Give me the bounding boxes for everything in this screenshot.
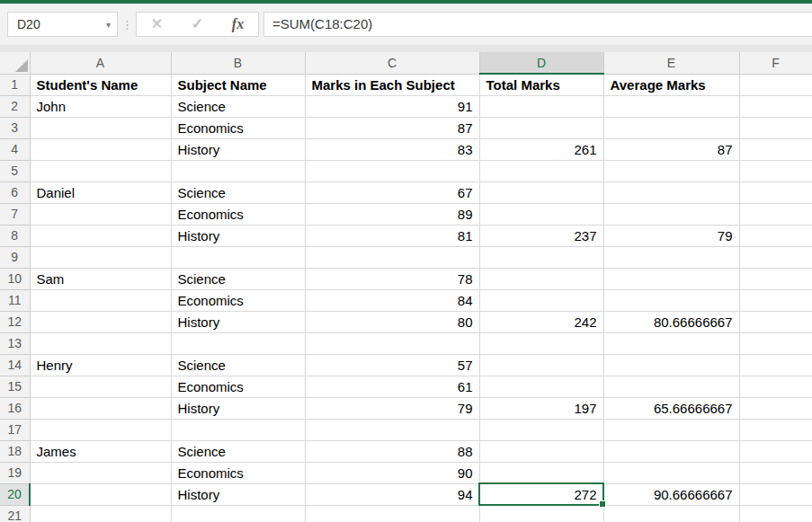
cell-D14[interactable] (479, 354, 603, 376)
cell-B21[interactable] (171, 505, 305, 522)
cell-F2[interactable] (739, 95, 812, 117)
cell-F13[interactable] (739, 332, 812, 354)
row-header-13[interactable]: 13 (0, 332, 30, 354)
cell-B3[interactable]: Economics (171, 117, 305, 138)
cell-B12[interactable]: History (171, 311, 305, 332)
cell-C9[interactable] (305, 246, 479, 268)
cell-F15[interactable] (739, 376, 812, 397)
cell-C2[interactable]: 91 (305, 95, 479, 117)
cell-B14[interactable]: Science (171, 354, 305, 376)
cell-B9[interactable] (171, 246, 305, 268)
cell-D2[interactable] (479, 95, 603, 117)
cell-E21[interactable] (603, 505, 739, 522)
formula-bar[interactable]: =SUM(C18:C20) (263, 12, 812, 37)
cell-C6[interactable]: 67 (305, 181, 479, 203)
row-header-12[interactable]: 12 (0, 311, 30, 332)
name-box[interactable]: D20 ▾ (7, 12, 118, 37)
cell-E5[interactable] (603, 160, 739, 181)
cell-A4[interactable] (30, 138, 171, 160)
cell-E9[interactable] (603, 246, 739, 268)
cell-F17[interactable] (739, 419, 812, 440)
cell-D12[interactable]: 242 (479, 311, 603, 332)
cell-F18[interactable] (739, 440, 812, 462)
cell-B16[interactable]: History (171, 397, 305, 419)
cell-B8[interactable]: History (171, 225, 305, 246)
row-header-3[interactable]: 3 (0, 117, 30, 138)
cell-A13[interactable] (30, 332, 171, 354)
cell-B10[interactable]: Science (171, 268, 305, 289)
cell-C21[interactable] (305, 505, 479, 522)
cell-A8[interactable] (30, 225, 171, 246)
cell-E13[interactable] (603, 332, 739, 354)
cell-F5[interactable] (739, 160, 812, 181)
cell-D11[interactable] (479, 289, 603, 311)
cell-A14[interactable]: Henry (30, 354, 171, 376)
cell-F20[interactable] (739, 483, 812, 505)
cell-E16[interactable]: 65.66666667 (603, 397, 739, 419)
cell-B6[interactable]: Science (171, 181, 305, 203)
cell-C7[interactable]: 89 (305, 203, 479, 225)
cell-A19[interactable] (30, 462, 171, 483)
cell-F16[interactable] (739, 397, 812, 419)
cell-C19[interactable]: 90 (305, 462, 479, 483)
cell-E17[interactable] (603, 419, 739, 440)
cell-C12[interactable]: 80 (305, 311, 479, 332)
cell-C1[interactable]: Marks in Each Subject (305, 74, 479, 95)
cell-B2[interactable]: Science (171, 95, 305, 117)
cell-C18[interactable]: 88 (305, 440, 479, 462)
cell-D15[interactable] (479, 376, 603, 397)
cell-D10[interactable] (479, 268, 603, 289)
cell-A3[interactable] (30, 117, 171, 138)
cell-D1[interactable]: Total Marks (479, 74, 603, 95)
cell-A1[interactable]: Student's Name (30, 74, 171, 95)
cell-D6[interactable] (479, 181, 603, 203)
cell-D3[interactable] (479, 117, 603, 138)
cell-C17[interactable] (305, 419, 479, 440)
column-header-A[interactable]: A (30, 52, 171, 74)
column-header-B[interactable]: B (171, 52, 305, 74)
cell-C11[interactable]: 84 (305, 289, 479, 311)
cell-B1[interactable]: Subject Name (171, 74, 305, 95)
cell-F12[interactable] (739, 311, 812, 332)
row-header-10[interactable]: 10 (0, 268, 30, 289)
cell-F4[interactable] (739, 138, 812, 160)
cell-A10[interactable]: Sam (30, 268, 171, 289)
cell-E4[interactable]: 87 (603, 138, 739, 160)
row-header-6[interactable]: 6 (0, 181, 30, 203)
cell-D21[interactable] (479, 505, 603, 522)
cancel-icon[interactable]: ✕ (151, 13, 163, 36)
cell-E11[interactable] (603, 289, 739, 311)
cell-F1[interactable] (739, 74, 812, 95)
row-header-5[interactable]: 5 (0, 160, 30, 181)
cell-E1[interactable]: Average Marks (603, 74, 739, 95)
cell-B20[interactable]: History (171, 483, 305, 505)
cell-A6[interactable]: Daniel (30, 181, 171, 203)
cell-B11[interactable]: Economics (171, 289, 305, 311)
cell-D9[interactable] (479, 246, 603, 268)
cell-A11[interactable] (30, 289, 171, 311)
cell-F14[interactable] (739, 354, 812, 376)
cell-E8[interactable]: 79 (603, 225, 739, 246)
cell-D13[interactable] (479, 332, 603, 354)
cell-A20[interactable] (30, 483, 171, 505)
column-header-D[interactable]: D (479, 52, 603, 74)
row-header-11[interactable]: 11 (0, 289, 30, 311)
cell-A7[interactable] (30, 203, 171, 225)
cell-D16[interactable]: 197 (479, 397, 603, 419)
cell-C14[interactable]: 57 (305, 354, 479, 376)
cell-C10[interactable]: 78 (305, 268, 479, 289)
cell-E20[interactable]: 90.66666667 (603, 483, 739, 505)
cell-D20[interactable]: 272 (479, 483, 603, 505)
cell-E6[interactable] (603, 181, 739, 203)
cell-F3[interactable] (739, 117, 812, 138)
cell-A5[interactable] (30, 160, 171, 181)
cell-E15[interactable] (603, 376, 739, 397)
row-header-20[interactable]: 20 (0, 483, 30, 505)
row-header-9[interactable]: 9 (0, 246, 30, 268)
cell-A17[interactable] (30, 419, 171, 440)
cell-E3[interactable] (603, 117, 739, 138)
cell-F7[interactable] (739, 203, 812, 225)
cell-F19[interactable] (739, 462, 812, 483)
cell-A2[interactable]: John (30, 95, 171, 117)
cell-C3[interactable]: 87 (305, 117, 479, 138)
